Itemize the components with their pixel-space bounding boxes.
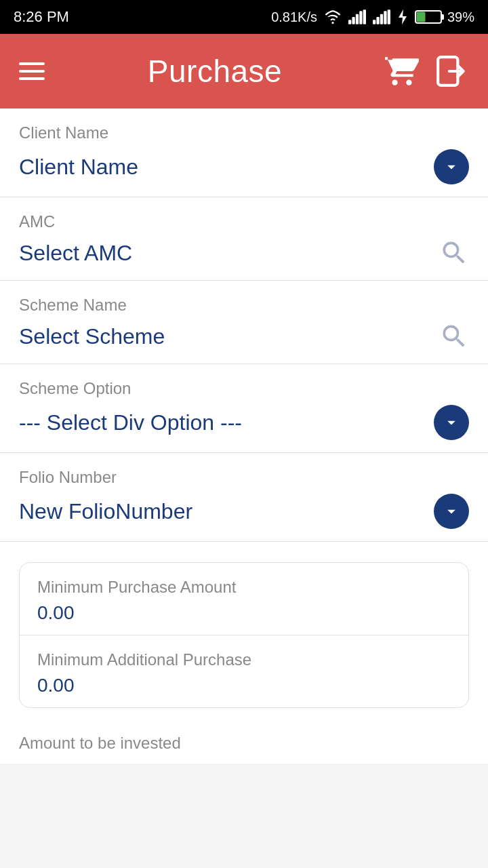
- status-bar: 8:26 PM 0.81K/s: [0, 0, 488, 34]
- search-icon: [439, 321, 469, 351]
- svg-rect-9: [384, 11, 386, 24]
- info-card: Minimum Purchase Amount 0.00 Minimum Add…: [19, 562, 469, 708]
- amc-row: Select AMC: [19, 238, 469, 280]
- client-name-group: Client Name Client Name: [0, 108, 488, 197]
- scheme-name-label: Scheme Name: [19, 296, 469, 315]
- svg-marker-11: [399, 9, 407, 24]
- svg-rect-13: [441, 14, 444, 20]
- status-time: 8:26 PM: [14, 8, 69, 26]
- folio-number-row: New FolioNumber: [19, 494, 469, 541]
- scheme-search-button[interactable]: [439, 321, 469, 351]
- min-additional-value: 0.00: [37, 675, 451, 696]
- client-name-row: Client Name: [19, 149, 469, 197]
- min-additional-row: Minimum Additional Purchase 0.00: [20, 635, 468, 707]
- status-icons: 0.81K/s: [271, 9, 474, 25]
- amc-label: AMC: [19, 212, 469, 231]
- toolbar-actions: [385, 54, 469, 88]
- client-name-dropdown[interactable]: [434, 149, 469, 184]
- svg-rect-8: [380, 14, 383, 24]
- svg-rect-2: [352, 17, 354, 24]
- svg-rect-3: [356, 14, 359, 24]
- scheme-name-group: Scheme Name Select Scheme: [0, 281, 488, 364]
- svg-rect-4: [359, 11, 362, 24]
- folio-number-group: Folio Number New FolioNumber: [0, 453, 488, 542]
- svg-rect-10: [388, 9, 390, 24]
- battery-icon: 39%: [415, 9, 474, 25]
- chevron-down-icon: [442, 502, 461, 521]
- amc-search-button[interactable]: [439, 238, 469, 268]
- cart-button[interactable]: [385, 54, 419, 88]
- toolbar: Purchase: [0, 34, 488, 108]
- page-title: Purchase: [148, 53, 282, 90]
- cart-icon: [385, 54, 419, 88]
- folio-number-dropdown[interactable]: [434, 494, 469, 529]
- chevron-down-icon: [442, 157, 461, 176]
- svg-rect-1: [348, 20, 351, 24]
- svg-rect-6: [373, 20, 375, 24]
- svg-rect-14: [416, 12, 425, 22]
- signal-icon: [348, 9, 366, 24]
- min-purchase-label: Minimum Purchase Amount: [37, 578, 451, 597]
- scheme-option-label: Scheme Option: [19, 379, 469, 398]
- hamburger-icon: [19, 62, 45, 80]
- main-content: Client Name Client Name AMC Select AMC S…: [0, 108, 488, 764]
- charging-icon: [397, 9, 408, 24]
- chevron-down-icon: [442, 413, 461, 432]
- battery-percent: 39%: [447, 9, 474, 25]
- min-purchase-value: 0.00: [37, 602, 451, 624]
- scheme-option-group: Scheme Option --- Select Div Option ---: [0, 364, 488, 453]
- scheme-name-value: Select Scheme: [19, 324, 165, 349]
- client-name-label: Client Name: [19, 123, 469, 142]
- network-speed: 0.81K/s: [271, 9, 317, 25]
- wifi-icon: [324, 9, 342, 24]
- signal2-icon: [373, 9, 390, 24]
- logout-button[interactable]: [435, 54, 469, 88]
- amc-value: Select AMC: [19, 241, 132, 266]
- menu-button[interactable]: [19, 62, 45, 80]
- min-additional-label: Minimum Additional Purchase: [37, 650, 451, 669]
- search-icon: [439, 238, 469, 268]
- folio-number-value: New FolioNumber: [19, 499, 192, 524]
- client-name-value: Client Name: [19, 155, 138, 180]
- scheme-option-dropdown[interactable]: [434, 405, 469, 440]
- svg-rect-7: [376, 17, 379, 24]
- scheme-name-row: Select Scheme: [19, 321, 469, 363]
- svg-point-0: [331, 22, 333, 24]
- logout-icon: [435, 54, 469, 88]
- amount-label: Amount to be invested: [0, 715, 488, 764]
- svg-rect-5: [363, 9, 366, 24]
- amc-group: AMC Select AMC: [0, 197, 488, 281]
- folio-number-label: Folio Number: [19, 468, 469, 487]
- scheme-option-row: --- Select Div Option ---: [19, 405, 469, 452]
- min-purchase-row: Minimum Purchase Amount 0.00: [20, 563, 468, 635]
- scheme-option-value: --- Select Div Option ---: [19, 410, 242, 435]
